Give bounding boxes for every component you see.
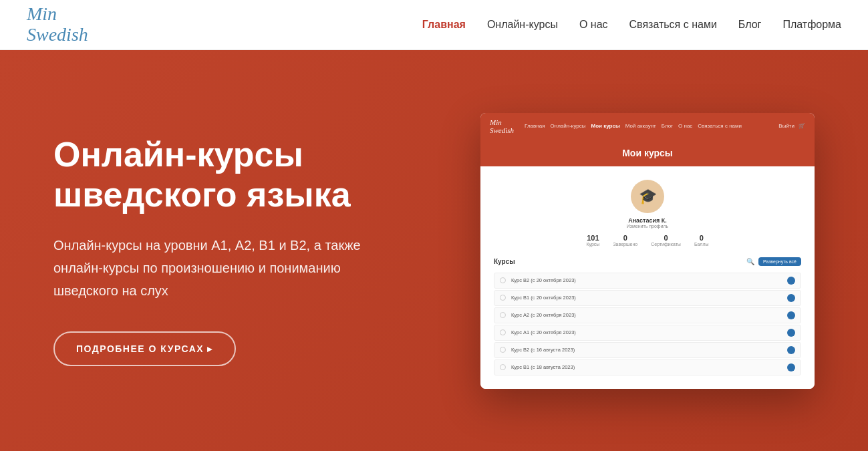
preview-course-radio[interactable] bbox=[500, 329, 506, 335]
preview-nav-contact[interactable]: Связаться с нами bbox=[698, 123, 742, 129]
preview-course-name: Курс А1 (с 20 октября 2023) bbox=[511, 329, 787, 335]
nav-home[interactable]: Главная bbox=[422, 19, 466, 31]
preview-courses-section: Курсы 🔍 Развернуть всё Курс В2 (с 20 окт… bbox=[494, 257, 801, 375]
preview-title-bar: Мои курсы bbox=[480, 140, 815, 166]
hero-title: Онлайн-курсы шведского языка bbox=[53, 135, 440, 215]
logo-line1: Min bbox=[27, 4, 88, 25]
nav-contact[interactable]: Связаться с нами bbox=[629, 19, 717, 31]
hero-cta-button[interactable]: ПОДРОБНЕЕ О КУРСАХ ▸ bbox=[53, 331, 236, 366]
preview-expand-button[interactable]: Развернуть всё bbox=[758, 257, 801, 266]
preview-stat-courses: 101 Курсы bbox=[586, 234, 599, 247]
nav-platform[interactable]: Платформа bbox=[782, 19, 841, 31]
hero-subtitle: Онлайн-курсы на уровни А1, А2, В1 и В2, … bbox=[53, 234, 374, 302]
preview-nav-links: Главная Онлайн-курсы Мои курсы Мой аккау… bbox=[525, 123, 742, 129]
preview-nav-courses[interactable]: Онлайн-курсы bbox=[551, 123, 586, 129]
preview-course-radio[interactable] bbox=[500, 277, 506, 283]
preview-username: Анастасия К. bbox=[628, 217, 667, 224]
preview-course-name: Курс В1 (с 18 августа 2023) bbox=[511, 364, 787, 370]
preview-course-dot bbox=[787, 363, 795, 371]
preview-nav-right: Выйти 🛒 bbox=[778, 123, 805, 129]
nav-about[interactable]: О нас bbox=[579, 19, 608, 31]
preview-edit-profile[interactable]: Изменить профиль bbox=[627, 224, 669, 229]
preview-navbar: MinSwedish Главная Онлайн-курсы Мои курс… bbox=[480, 113, 815, 140]
preview-stat-points: 0 Баллы bbox=[694, 234, 709, 247]
preview-course-item[interactable]: Курс В1 (с 20 октября 2023) bbox=[494, 290, 801, 306]
preview-stats: 101 Курсы 0 Завершено 0 Сертификаты 0 Ба… bbox=[586, 234, 708, 247]
preview-page-title: Мои курсы bbox=[488, 148, 807, 158]
site-logo[interactable]: Min Swedish bbox=[27, 4, 88, 45]
preview-course-item[interactable]: Курс А2 (с 20 октября 2023) bbox=[494, 307, 801, 323]
preview-nav-home[interactable]: Главная bbox=[525, 123, 545, 129]
preview-nav-about[interactable]: О нас bbox=[678, 123, 692, 129]
preview-course-name: Курс В2 (с 16 августа 2023) bbox=[511, 347, 787, 353]
preview-courses-title: Курсы bbox=[494, 258, 515, 265]
main-nav: Главная Онлайн-курсы О нас Связаться с н… bbox=[422, 19, 841, 31]
preview-course-list: Курс В2 (с 20 октября 2023) Курс В1 (с 2… bbox=[494, 273, 801, 375]
preview-course-radio[interactable] bbox=[500, 347, 506, 353]
preview-course-dot bbox=[787, 329, 795, 337]
preview-profile: 🎓 Анастасия К. Изменить профиль 101 Курс… bbox=[494, 180, 801, 247]
preview-nav-logout[interactable]: Выйти bbox=[778, 123, 794, 129]
preview-course-name: Курс В1 (с 20 октября 2023) bbox=[511, 295, 787, 301]
preview-stat-certs: 0 Сертификаты bbox=[651, 234, 681, 247]
preview-course-name: Курс А2 (с 20 октября 2023) bbox=[511, 312, 787, 318]
preview-logo: MinSwedish bbox=[490, 118, 514, 134]
preview-body: 🎓 Анастасия К. Изменить профиль 101 Курс… bbox=[480, 166, 815, 389]
preview-nav-mycourses[interactable]: Мои курсы bbox=[591, 123, 620, 129]
hero-text-block: Онлайн-курсы шведского языка Онлайн-курс… bbox=[53, 135, 440, 366]
preview-course-item[interactable]: Курс В2 (с 16 августа 2023) bbox=[494, 342, 801, 358]
preview-course-dot bbox=[787, 294, 795, 302]
preview-courses-actions: 🔍 Развернуть всё bbox=[746, 257, 801, 266]
preview-course-item[interactable]: Курс В1 (с 18 августа 2023) bbox=[494, 359, 801, 375]
preview-course-radio[interactable] bbox=[500, 364, 506, 370]
preview-course-radio[interactable] bbox=[500, 312, 506, 318]
preview-stat-completed: 0 Завершено bbox=[613, 234, 637, 247]
preview-search-icon[interactable]: 🔍 bbox=[746, 258, 754, 265]
platform-preview: MinSwedish Главная Онлайн-курсы Мои курс… bbox=[480, 113, 815, 389]
preview-avatar-icon: 🎓 bbox=[631, 180, 664, 213]
nav-courses[interactable]: Онлайн-курсы bbox=[487, 19, 558, 31]
preview-course-item[interactable]: Курс А1 (с 20 октября 2023) bbox=[494, 325, 801, 341]
preview-cart-icon[interactable]: 🛒 bbox=[799, 123, 805, 129]
preview-course-dot bbox=[787, 346, 795, 354]
preview-course-dot bbox=[787, 311, 795, 319]
logo-line2: Swedish bbox=[27, 25, 88, 45]
preview-course-item[interactable]: Курс В2 (с 20 октября 2023) bbox=[494, 273, 801, 289]
hero-section: Онлайн-курсы шведского языка Онлайн-курс… bbox=[0, 50, 868, 451]
preview-course-name: Курс В2 (с 20 октября 2023) bbox=[511, 277, 787, 283]
site-header: Min Swedish Главная Онлайн-курсы О нас С… bbox=[0, 0, 868, 50]
preview-course-dot bbox=[787, 277, 795, 285]
preview-nav-account[interactable]: Мой аккаунт bbox=[625, 123, 656, 129]
nav-blog[interactable]: Блог bbox=[738, 19, 762, 31]
preview-courses-header: Курсы 🔍 Развернуть всё bbox=[494, 257, 801, 266]
preview-course-radio[interactable] bbox=[500, 295, 506, 301]
preview-nav-blog[interactable]: Блог bbox=[662, 123, 673, 129]
